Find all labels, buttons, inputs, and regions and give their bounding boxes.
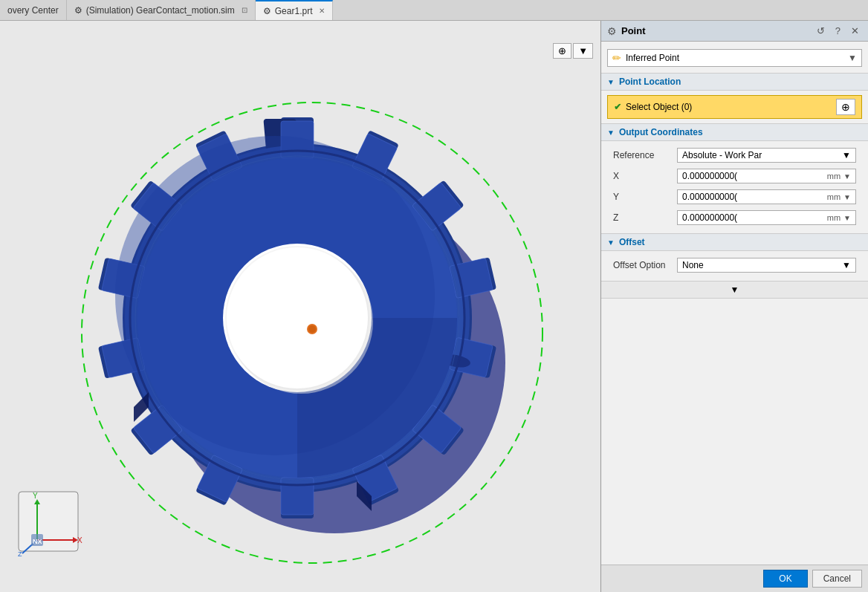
output-coords-body: Reference Absolute - Work Par ▼ X 0.0000… — [601, 141, 868, 233]
section-header-output-coords[interactable]: ▼ Output Coordinates — [601, 123, 868, 141]
section-header-point-location[interactable]: ▼ Point Location — [601, 73, 868, 91]
y-unit: mm — [827, 192, 841, 201]
coordinate-axes: Y X Z NX — [15, 488, 89, 562]
cancel-button[interactable]: Cancel — [812, 570, 862, 588]
x-label: X — [613, 171, 673, 181]
panel-help-button[interactable]: ? — [832, 24, 843, 38]
x-unit: mm — [827, 172, 841, 180]
reference-label: Reference — [613, 150, 673, 160]
dropdown-arrow-icon: ▼ — [578, 45, 588, 56]
offset-label: Offset — [619, 237, 645, 247]
crosshair-select-icon: ⊕ — [841, 101, 850, 113]
gear1-tab-close[interactable]: ✕ — [319, 7, 325, 15]
svg-point-56 — [308, 325, 316, 333]
sim-icon: ⚙ — [74, 5, 82, 16]
ok-button[interactable]: OK — [763, 570, 807, 588]
panel-title-bar: ⚙ Point ↺ ? ✕ — [601, 21, 868, 42]
offset-option-value: None — [682, 260, 704, 270]
offset-option-label: Offset Option — [613, 260, 673, 270]
y-value: 0.000000000( — [682, 192, 824, 202]
gear-3d-view — [59, 43, 580, 578]
panel-body: ✏ Inferred Point ▼ ▼ Point Location ✔ Se… — [601, 42, 868, 565]
inferred-point-dropdown[interactable]: ✏ Inferred Point ▼ — [607, 49, 862, 67]
simulation-tab-close[interactable]: ⊡ — [242, 6, 247, 14]
select-check-icon: ✔ — [614, 102, 621, 112]
inferred-point-label: Inferred Point — [626, 53, 843, 63]
gear1-tab-label: Gear1.prt — [275, 6, 313, 16]
z-input[interactable]: 0.000000000( mm ▼ — [677, 210, 856, 225]
z-unit: mm — [827, 213, 841, 222]
x-value: 0.000000000( — [682, 171, 824, 181]
select-object-row[interactable]: ✔ Select Object (0) ⊕ — [607, 95, 862, 119]
tab-discovery[interactable]: overy Center — [0, 0, 67, 20]
tab-bar: overy Center ⚙ (Simulation) GearContact_… — [0, 0, 868, 21]
gear-svg — [59, 43, 580, 578]
expand-arrow-icon: ▼ — [731, 284, 739, 295]
z-value: 0.000000000( — [682, 212, 824, 223]
offset-body: Offset Option None ▼ — [601, 251, 868, 281]
svg-text:X: X — [77, 536, 82, 544]
y-label: Y — [613, 192, 673, 202]
expand-divider[interactable]: ▼ — [601, 281, 868, 299]
discovery-tab-label: overy Center — [7, 5, 59, 16]
svg-text:NX: NX — [33, 538, 42, 545]
reference-select[interactable]: Absolute - Work Par ▼ — [677, 148, 856, 163]
offset-option-arrow-icon: ▼ — [842, 260, 851, 270]
inferred-point-icon: ✏ — [612, 52, 621, 64]
output-coords-collapse-icon: ▼ — [607, 129, 615, 137]
simulation-tab-label: (Simulation) GearContact_motion.sim — [86, 5, 235, 16]
x-coord-row: X 0.000000000( mm ▼ — [607, 166, 862, 186]
main-layout: ⊕ ▼ — [0, 21, 868, 592]
reference-row: Reference Absolute - Work Par ▼ — [607, 146, 862, 165]
svg-text:Z: Z — [18, 550, 22, 558]
y-input[interactable]: 0.000000000( mm ▼ — [677, 189, 856, 204]
gear1-tab-icon: ⚙ — [263, 6, 271, 16]
tab-gear1[interactable]: ⚙ Gear1.prt ✕ — [256, 0, 334, 20]
y-coord-row: Y 0.000000000( mm ▼ — [607, 187, 862, 206]
z-label: Z — [613, 212, 673, 223]
panel-title: Point — [621, 25, 809, 36]
output-coords-label: Output Coordinates — [619, 127, 703, 137]
x-input[interactable]: 0.000000000( mm ▼ — [677, 169, 856, 183]
x-input-arrow-icon: ▼ — [843, 172, 851, 180]
z-coord-row: Z 0.000000000( mm ▼ — [607, 208, 862, 227]
reference-value: Absolute - Work Par — [682, 150, 762, 160]
offset-collapse-icon: ▼ — [607, 238, 615, 247]
section-header-offset[interactable]: ▼ Offset — [601, 233, 868, 251]
point-location-collapse-icon: ▼ — [607, 78, 615, 86]
point-location-label: Point Location — [619, 77, 681, 87]
tab-simulation[interactable]: ⚙ (Simulation) GearContact_motion.sim ⊡ — [67, 0, 256, 20]
inferred-point-arrow-icon: ▼ — [848, 53, 857, 63]
z-input-arrow-icon: ▼ — [843, 214, 851, 222]
viewport: ⊕ ▼ — [0, 21, 600, 592]
panel-gear-icon: ⚙ — [607, 25, 617, 37]
svg-point-54 — [227, 247, 368, 388]
panel-reset-button[interactable]: ↺ — [814, 24, 828, 38]
y-input-arrow-icon: ▼ — [843, 193, 851, 201]
select-object-label: Select Object (0) — [626, 102, 832, 112]
offset-option-row: Offset Option None ▼ — [607, 256, 862, 275]
offset-option-select[interactable]: None ▼ — [677, 258, 856, 273]
crosshair-select-button[interactable]: ⊕ — [836, 99, 855, 115]
svg-text:Y: Y — [33, 492, 38, 500]
right-panel: ⚙ Point ↺ ? ✕ ✏ Inferred Point ▼ ▼ Point… — [600, 21, 868, 592]
panel-close-button[interactable]: ✕ — [848, 24, 862, 38]
action-buttons: OK Cancel — [601, 565, 868, 592]
reference-select-arrow-icon: ▼ — [842, 150, 851, 160]
svg-rect-59 — [19, 492, 78, 551]
